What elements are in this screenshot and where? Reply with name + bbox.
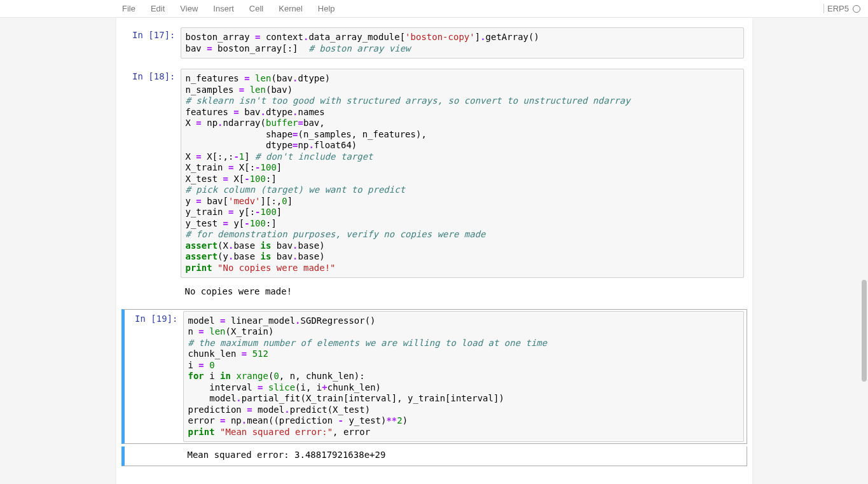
cell-18: In [18]: n_features = len(bav.dtype) n_s… <box>116 67 752 303</box>
menubar: File Edit View Insert Cell Kernel Help E… <box>0 0 868 18</box>
cell-17-code[interactable]: boston_array = context.data_array_module… <box>181 27 744 59</box>
cell-18-prompt: In [18]: <box>122 67 181 279</box>
cell-19: In [19]: model = linear_model.SGDRegress… <box>116 309 752 466</box>
scrollbar-track[interactable] <box>859 0 867 484</box>
cell-17-input[interactable]: In [17]: boston_array = context.data_arr… <box>121 25 747 60</box>
cell-18-output: No copies were made! <box>181 283 744 301</box>
menu-help[interactable]: Help <box>310 4 343 13</box>
cell-18-output-text: No copies were made! <box>185 286 740 298</box>
cell-18-code[interactable]: n_features = len(bav.dtype) n_samples = … <box>181 69 744 278</box>
cell-19-code[interactable]: model = linear_model.SGDRegressor() n = … <box>183 311 744 443</box>
cell-17-prompt: In [17]: <box>122 26 181 60</box>
notebook-container: In [17]: boston_array = context.data_arr… <box>116 18 752 484</box>
menu-insert[interactable]: Insert <box>205 4 242 13</box>
menu-file[interactable]: File <box>114 4 143 13</box>
cell-19-output-row: Mean squared error: 3.48817921638e+29 <box>121 446 747 466</box>
menu-view[interactable]: View <box>172 4 205 13</box>
menu-edit[interactable]: Edit <box>143 4 172 13</box>
scrollbar-thumb[interactable] <box>862 280 867 382</box>
menu-kernel[interactable]: Kernel <box>271 4 310 13</box>
menubar-left: File Edit View Insert Cell Kernel Help <box>8 4 343 13</box>
cell-19-output-prompt <box>125 446 183 466</box>
menu-cell[interactable]: Cell <box>242 4 271 13</box>
cell-19-output-text: Mean squared error: 3.48817921638e+29 <box>188 450 740 461</box>
kernel-name[interactable]: ERP5 <box>823 4 851 13</box>
cell-19-input[interactable]: In [19]: model = linear_model.SGDRegress… <box>121 309 747 445</box>
cell-18-output-row: No copies were made! <box>121 282 747 303</box>
menubar-right: ERP5 <box>823 4 860 13</box>
cell-19-prompt: In [19]: <box>125 310 183 444</box>
cell-19-output: Mean squared error: 3.48817921638e+29 <box>183 446 744 464</box>
cell-18-output-prompt <box>122 283 181 302</box>
cell-17: In [17]: boston_array = context.data_arr… <box>116 25 752 60</box>
cell-18-input[interactable]: In [18]: n_features = len(bav.dtype) n_s… <box>121 67 747 280</box>
